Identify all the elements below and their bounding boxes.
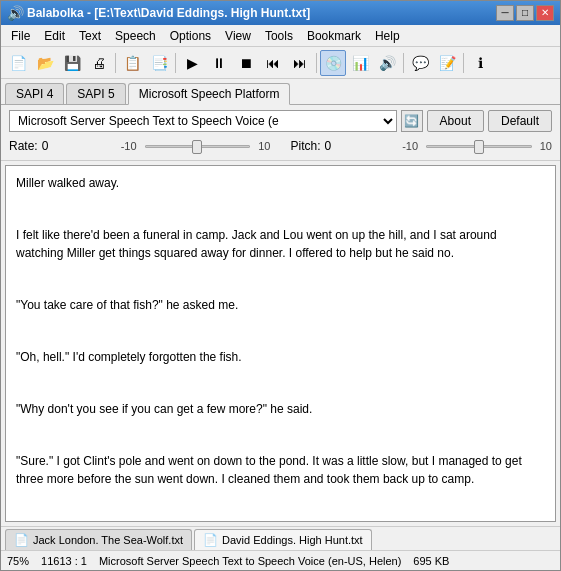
title-bar-left: 🔊 Balabolka - [E:\Text\David Eddings. Hi… [7,5,310,21]
menu-bookmark[interactable]: Bookmark [301,27,367,45]
refresh-voices-button[interactable]: 🔄 [401,110,423,132]
text-content[interactable]: Miller walked away. I felt like there'd … [6,166,555,521]
menu-tools[interactable]: Tools [259,27,299,45]
doc-tab-high-hunt-label: David Eddings. High Hunt.txt [222,534,363,546]
status-size: 695 KB [413,555,449,567]
doc-tab-sea-wolf-icon: 📄 [14,533,29,547]
tb-new-button[interactable]: 📄 [5,50,31,76]
toolbar-separator-2 [175,53,176,73]
toolbar-separator-5 [463,53,464,73]
status-voice: Microsoft Server Speech Text to Speech V… [99,555,401,567]
voice-selector-row: Microsoft Server Speech Text to Speech V… [9,110,552,132]
rate-label: Rate: [9,139,38,153]
voice-select[interactable]: Microsoft Server Speech Text to Speech V… [9,110,397,132]
doc-tab-high-hunt-icon: 📄 [203,533,218,547]
menu-bar: File Edit Text Speech Options View Tools… [1,25,560,47]
doc-tabs: 📄 Jack London. The Sea-Wolf.txt 📄 David … [1,526,560,550]
sliders-row: Rate: 0 -10 10 Pitch: 0 -10 10 [9,137,552,155]
tb-paste-button[interactable]: 📋 [119,50,145,76]
close-button[interactable]: ✕ [536,5,554,21]
menu-file[interactable]: File [5,27,36,45]
default-button[interactable]: Default [488,110,552,132]
rate-slider-group: Rate: 0 [9,139,113,153]
tb-tts-button[interactable]: 💬 [407,50,433,76]
doc-tab-sea-wolf-label: Jack London. The Sea-Wolf.txt [33,534,183,546]
toolbar-separator-4 [403,53,404,73]
about-button[interactable]: About [427,110,484,132]
toolbar: 📄 📂 💾 🖨 📋 📑 ▶ ⏸ ⏹ ⏮ ⏭ 💿 📊 🔊 💬 📝 ℹ [1,47,560,79]
menu-text[interactable]: Text [73,27,107,45]
rate-slider-track[interactable] [145,145,251,148]
minimize-button[interactable]: ─ [496,5,514,21]
menu-edit[interactable]: Edit [38,27,71,45]
pitch-slider-group: Pitch: 0 [291,139,395,153]
menu-help[interactable]: Help [369,27,406,45]
tb-edit-button[interactable]: 📝 [434,50,460,76]
voice-panel: Microsoft Server Speech Text to Speech V… [1,105,560,161]
sapi-tabs: SAPI 4 SAPI 5 Microsoft Speech Platform [1,79,560,105]
pitch-slider-track[interactable] [426,145,532,148]
status-zoom: 75% [7,555,29,567]
rate-value: 0 [42,139,49,153]
status-bar: 75% 11613 : 1 Microsoft Server Speech Te… [1,550,560,570]
window-title: Balabolka - [E:\Text\David Eddings. High… [27,6,310,20]
tb-prev-button[interactable]: ⏮ [260,50,286,76]
doc-tab-high-hunt[interactable]: 📄 David Eddings. High Hunt.txt [194,529,372,550]
tb-volume-button[interactable]: 🔊 [374,50,400,76]
text-area-container: Miller walked away. I felt like there'd … [5,165,556,522]
pitch-max: 10 [540,140,552,152]
pitch-min: -10 [402,140,418,152]
tb-info-button[interactable]: ℹ [467,50,493,76]
doc-tab-sea-wolf[interactable]: 📄 Jack London. The Sea-Wolf.txt [5,529,192,550]
toolbar-separator-3 [316,53,317,73]
tab-sapi4[interactable]: SAPI 4 [5,83,64,104]
menu-options[interactable]: Options [164,27,217,45]
tab-sapi5[interactable]: SAPI 5 [66,83,125,104]
rate-max: 10 [258,140,270,152]
tb-save-button[interactable]: 💾 [59,50,85,76]
tb-stop-button[interactable]: ⏹ [233,50,259,76]
pitch-slider-thumb[interactable] [474,140,484,154]
tb-save-audio-button[interactable]: 💿 [320,50,346,76]
toolbar-separator-1 [115,53,116,73]
app-icon: 🔊 [7,5,23,21]
main-window: 🔊 Balabolka - [E:\Text\David Eddings. Hi… [0,0,561,571]
tab-microsoft-speech-platform[interactable]: Microsoft Speech Platform [128,83,291,105]
tb-open-button[interactable]: 📂 [32,50,58,76]
tb-copy-button[interactable]: 📑 [146,50,172,76]
tb-pause-button[interactable]: ⏸ [206,50,232,76]
title-bar-buttons: ─ □ ✕ [496,5,554,21]
tb-chart-button[interactable]: 📊 [347,50,373,76]
title-bar: 🔊 Balabolka - [E:\Text\David Eddings. Hi… [1,1,560,25]
menu-speech[interactable]: Speech [109,27,162,45]
rate-slider-thumb[interactable] [192,140,202,154]
tb-print-button[interactable]: 🖨 [86,50,112,76]
pitch-value: 0 [325,139,332,153]
tb-play-button[interactable]: ▶ [179,50,205,76]
status-position: 11613 : 1 [41,555,87,567]
pitch-label: Pitch: [291,139,321,153]
tb-next-button[interactable]: ⏭ [287,50,313,76]
menu-view[interactable]: View [219,27,257,45]
rate-min: -10 [121,140,137,152]
restore-button[interactable]: □ [516,5,534,21]
